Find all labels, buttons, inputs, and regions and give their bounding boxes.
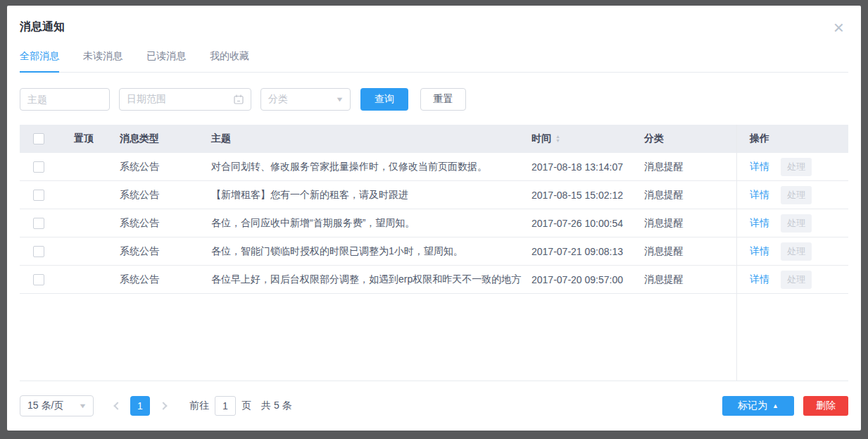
table-row: 系统公告 各位早上好，因后台权限部分调整，如遇到erp权限和昨天不一致的地方，提… (20, 266, 848, 294)
header-category: 分类 (637, 132, 737, 145)
table-row: 系统公告 各位，合同应收中新增“首期服务费”，望周知。 2017-07-26 1… (20, 209, 848, 237)
handle-button[interactable]: 处理 (781, 158, 812, 176)
total-count: 共 5 条 (261, 400, 292, 412)
category-placeholder: 分类 (268, 93, 288, 106)
row-checkbox[interactable] (33, 190, 44, 201)
header-type: 消息类型 (113, 132, 204, 145)
date-range-picker[interactable]: 日期范围 (119, 88, 251, 111)
mark-as-label: 标记为 (738, 400, 767, 412)
column-divider (736, 125, 737, 381)
row-subject: 对合同划转、修改服务管家批量操作时，仅修改当前页面数据。 (204, 161, 524, 173)
date-range-placeholder: 日期范围 (127, 93, 166, 106)
tab-read-messages[interactable]: 已读消息 (146, 50, 186, 73)
modal-header: 消息通知 × (20, 6, 848, 35)
row-time: 2017-08-18 13:14:07 (524, 161, 637, 173)
close-icon[interactable]: × (834, 18, 844, 37)
row-type: 系统公告 (113, 189, 204, 202)
filter-bar: 日期范围 分类 ▼ 查询 重置 (20, 88, 848, 111)
table-row: 系统公告 各位，智能门锁临时授权的时限已调整为1小时，望周知。 2017-07-… (20, 237, 848, 266)
handle-button[interactable]: 处理 (781, 186, 812, 204)
detail-link[interactable]: 详情 (750, 273, 769, 286)
page-size-select[interactable]: 15 条/页 ▼ (20, 395, 94, 416)
table-row: 系统公告 对合同划转、修改服务管家批量操作时，仅修改当前页面数据。 2017-0… (20, 153, 848, 181)
row-subject: 各位，智能门锁临时授权的时限已调整为1小时，望周知。 (204, 245, 524, 258)
row-time: 2017-07-26 10:00:54 (524, 218, 637, 229)
reset-button[interactable]: 重置 (420, 88, 466, 111)
row-category: 消息提醒 (637, 161, 737, 173)
mark-as-button[interactable]: 标记为 ▲ (722, 396, 794, 416)
select-all-checkbox[interactable] (33, 133, 44, 144)
subject-input[interactable] (20, 88, 110, 111)
tab-all-messages[interactable]: 全部消息 (20, 50, 59, 73)
tab-my-favorites[interactable]: 我的收藏 (210, 50, 249, 73)
search-button[interactable]: 查询 (360, 88, 408, 111)
row-checkbox[interactable] (33, 218, 44, 229)
detail-link[interactable]: 详情 (750, 161, 769, 173)
row-category: 消息提醒 (637, 245, 737, 258)
handle-button[interactable]: 处理 (781, 271, 812, 289)
caret-up-icon: ▲ (772, 402, 779, 409)
row-subject: 【新增租客】您有一个新的租客，请及时跟进 (204, 189, 524, 202)
table-empty-space (20, 294, 848, 381)
header-pin: 置顶 (63, 132, 113, 145)
detail-link[interactable]: 详情 (750, 245, 769, 258)
header-actions: 操作 (737, 132, 848, 145)
page-word: 页 (241, 400, 251, 412)
time-sort-control[interactable]: ▲ ▼ (555, 135, 560, 143)
tab-unread-messages[interactable]: 未读消息 (83, 50, 122, 73)
chevron-right-icon (159, 402, 167, 409)
row-type: 系统公告 (113, 217, 204, 230)
pagination: 1 (105, 396, 175, 416)
row-time: 2017-07-20 09:57:00 (524, 274, 637, 285)
footer-actions: 标记为 ▲ 删除 (722, 396, 848, 416)
category-select[interactable]: 分类 ▼ (260, 88, 351, 111)
row-category: 消息提醒 (637, 217, 737, 230)
row-category: 消息提醒 (637, 273, 737, 286)
current-page-button[interactable]: 1 (130, 396, 150, 416)
row-checkbox[interactable] (33, 274, 44, 285)
handle-button[interactable]: 处理 (781, 214, 812, 233)
page-title: 消息通知 (20, 20, 848, 35)
row-time: 2017-08-15 15:02:12 (524, 190, 637, 201)
messages-table: 置顶 消息类型 主题 时间 ▲ ▼ 分类 操作 系统公告 对合同划转、修改服务管… (20, 125, 848, 381)
chevron-down-icon: ▼ (335, 96, 344, 103)
row-type: 系统公告 (113, 245, 204, 258)
row-checkbox[interactable] (33, 246, 44, 257)
row-type: 系统公告 (113, 161, 204, 173)
chevron-down-icon: ▼ (78, 402, 87, 409)
prev-page-button[interactable] (106, 396, 126, 416)
next-page-button[interactable] (154, 396, 174, 416)
row-checkbox[interactable] (33, 161, 44, 173)
detail-link[interactable]: 详情 (750, 189, 769, 202)
table-row: 系统公告 【新增租客】您有一个新的租客，请及时跟进 2017-08-15 15:… (20, 181, 848, 209)
delete-button[interactable]: 删除 (803, 396, 848, 416)
footer-bar: 15 条/页 ▼ 1 前往 页 共 5 条 标记为 ▲ 删除 (20, 395, 848, 416)
page-size-value: 15 条/页 (27, 400, 63, 412)
row-category: 消息提醒 (637, 189, 737, 202)
calendar-icon (234, 94, 244, 104)
row-time: 2017-07-21 09:08:13 (524, 246, 637, 257)
header-subject: 主题 (204, 132, 524, 145)
sort-desc-icon[interactable]: ▼ (555, 139, 560, 143)
handle-button[interactable]: 处理 (781, 242, 812, 261)
table-header-row: 置顶 消息类型 主题 时间 ▲ ▼ 分类 操作 (20, 125, 848, 153)
goto-page-input[interactable] (215, 396, 236, 416)
message-notification-modal: 消息通知 × 全部消息 未读消息 已读消息 我的收藏 日期范围 分类 ▼ 查询 (7, 6, 861, 431)
row-subject: 各位早上好，因后台权限部分调整，如遇到erp权限和昨天不一致的地方，提... (204, 273, 524, 286)
detail-link[interactable]: 详情 (750, 217, 769, 230)
row-type: 系统公告 (113, 273, 204, 286)
row-subject: 各位，合同应收中新增“首期服务费”，望周知。 (204, 217, 524, 230)
tab-bar: 全部消息 未读消息 已读消息 我的收藏 (20, 50, 848, 73)
goto-label: 前往 (189, 400, 209, 412)
chevron-left-icon (113, 402, 121, 409)
goto-page: 前往 页 共 5 条 (189, 396, 292, 416)
header-time: 时间 (532, 132, 551, 145)
